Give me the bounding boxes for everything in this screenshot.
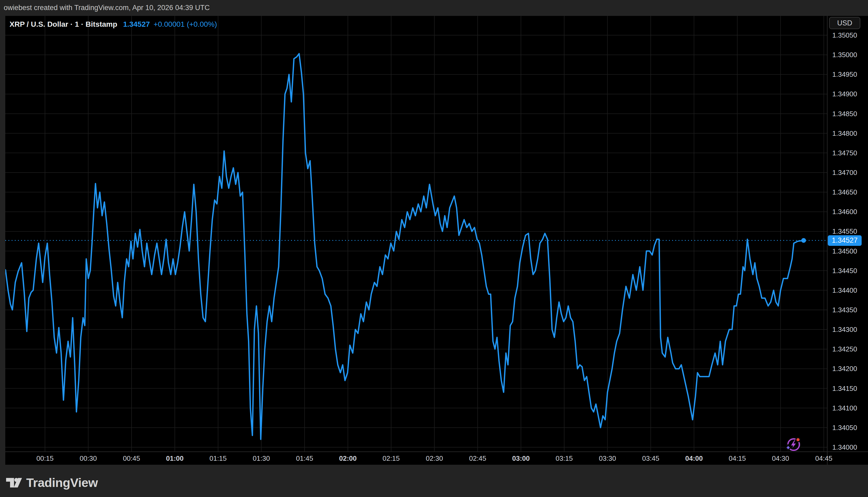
time-tick-label: 03:15 — [555, 453, 573, 464]
price-tick-label: 1.34850 — [832, 110, 857, 117]
time-tick-label: 01:30 — [253, 453, 270, 464]
price-tick-label: 1.35050 — [832, 32, 857, 39]
price-tick-label: 1.34750 — [832, 150, 857, 156]
time-tick-label: 04:45 — [815, 453, 832, 464]
time-tick-label: 03:00 — [512, 453, 530, 464]
price-tick-label: 1.34050 — [832, 424, 857, 431]
time-tick-label: 03:30 — [599, 453, 616, 464]
price-tick-label: 1.34550 — [832, 228, 857, 235]
price-chart-canvas[interactable] — [5, 16, 868, 465]
price-tick-label: 1.34950 — [832, 71, 857, 78]
spark-assistant-icon[interactable] — [785, 436, 802, 453]
price-tick-label: 1.34200 — [832, 365, 857, 372]
time-tick-label: 04:00 — [685, 453, 703, 464]
time-tick-label: 01:00 — [166, 453, 184, 464]
price-tick-label: 1.34500 — [832, 248, 857, 255]
price-tick-label: 1.34800 — [832, 130, 857, 137]
watermark-text: owiebest created with TradingView.com, A… — [4, 4, 210, 12]
currency-toggle-button[interactable]: USD — [829, 17, 860, 29]
price-line-series — [5, 54, 804, 440]
price-tick-label: 1.34000 — [832, 444, 857, 451]
price-tick-label: 1.34650 — [832, 189, 857, 196]
price-axis-border — [827, 16, 827, 465]
price-tick-label: 1.34100 — [832, 404, 857, 412]
time-tick-label: 01:45 — [296, 453, 313, 464]
time-tick-label: 02:15 — [382, 453, 400, 464]
time-tick-label: 01:15 — [209, 453, 227, 464]
price-change-value: +0.00001 (+0.00%) — [154, 20, 217, 29]
symbol-title[interactable]: XRP / U.S. Dollar · 1 · Bitstamp — [10, 20, 117, 29]
price-tick-label: 1.34700 — [832, 169, 857, 176]
last-price-value: 1.34527 — [123, 20, 150, 29]
current-price-tag: 1.34527 — [828, 235, 862, 246]
chart-panel[interactable]: XRP / U.S. Dollar · 1 · Bitstamp 1.34527… — [5, 16, 868, 465]
price-tick-label: 1.35000 — [832, 51, 857, 58]
footer-bar: TradingView — [0, 465, 868, 497]
price-tick-label: 1.34250 — [832, 346, 857, 353]
tradingview-logo-icon — [6, 478, 22, 487]
time-tick-label: 04:30 — [772, 453, 789, 464]
chart-legend: XRP / U.S. Dollar · 1 · Bitstamp 1.34527… — [10, 20, 217, 29]
price-tick-label: 1.34450 — [832, 267, 857, 274]
time-axis-border — [5, 452, 868, 452]
current-price-tag-value: 1.34527 — [832, 236, 858, 244]
tradingview-logo[interactable]: TradingView — [6, 475, 98, 490]
time-tick-label: 00:15 — [36, 453, 54, 464]
watermark-bar: owiebest created with TradingView.com, A… — [0, 0, 868, 16]
price-tick-label: 1.34150 — [832, 385, 857, 392]
time-tick-label: 03:45 — [642, 453, 659, 464]
tradingview-logo-text: TradingView — [26, 475, 98, 490]
time-tick-label: 02:30 — [426, 453, 443, 464]
price-tick-label: 1.34900 — [832, 90, 857, 97]
last-price-marker — [801, 238, 806, 243]
time-tick-label: 00:30 — [80, 453, 97, 464]
time-tick-label: 02:00 — [339, 453, 357, 464]
time-tick-label: 04:15 — [728, 453, 746, 464]
price-tick-label: 1.34600 — [832, 208, 857, 215]
price-tick-label: 1.34300 — [832, 326, 857, 333]
time-tick-label: 02:45 — [469, 453, 486, 464]
price-tick-label: 1.34350 — [832, 307, 857, 313]
time-tick-label: 00:45 — [123, 453, 140, 464]
price-tick-label: 1.34400 — [832, 287, 857, 294]
